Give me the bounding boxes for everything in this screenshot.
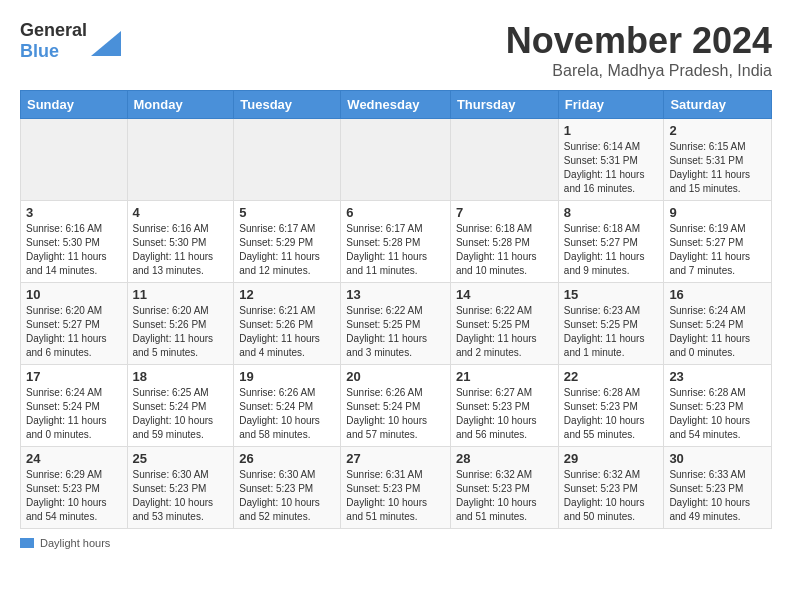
day-info: Sunrise: 6:18 AM Sunset: 5:28 PM Dayligh…	[456, 222, 553, 278]
day-number: 14	[456, 287, 553, 302]
calendar-day-cell: 21Sunrise: 6:27 AM Sunset: 5:23 PM Dayli…	[450, 365, 558, 447]
calendar-day-cell: 26Sunrise: 6:30 AM Sunset: 5:23 PM Dayli…	[234, 447, 341, 529]
calendar-day-cell: 10Sunrise: 6:20 AM Sunset: 5:27 PM Dayli…	[21, 283, 128, 365]
calendar-day-cell	[450, 119, 558, 201]
day-number: 22	[564, 369, 659, 384]
day-number: 20	[346, 369, 445, 384]
day-number: 4	[133, 205, 229, 220]
day-number: 30	[669, 451, 766, 466]
calendar-day-cell: 18Sunrise: 6:25 AM Sunset: 5:24 PM Dayli…	[127, 365, 234, 447]
calendar-day-cell: 6Sunrise: 6:17 AM Sunset: 5:28 PM Daylig…	[341, 201, 451, 283]
day-info: Sunrise: 6:16 AM Sunset: 5:30 PM Dayligh…	[133, 222, 229, 278]
calendar-day-cell: 2Sunrise: 6:15 AM Sunset: 5:31 PM Daylig…	[664, 119, 772, 201]
day-number: 26	[239, 451, 335, 466]
day-number: 27	[346, 451, 445, 466]
calendar-day-cell: 29Sunrise: 6:32 AM Sunset: 5:23 PM Dayli…	[558, 447, 664, 529]
calendar-day-cell: 20Sunrise: 6:26 AM Sunset: 5:24 PM Dayli…	[341, 365, 451, 447]
calendar-day-cell: 28Sunrise: 6:32 AM Sunset: 5:23 PM Dayli…	[450, 447, 558, 529]
day-info: Sunrise: 6:22 AM Sunset: 5:25 PM Dayligh…	[456, 304, 553, 360]
location-subtitle: Barela, Madhya Pradesh, India	[506, 62, 772, 80]
legend: Daylight hours	[20, 537, 772, 549]
day-info: Sunrise: 6:25 AM Sunset: 5:24 PM Dayligh…	[133, 386, 229, 442]
day-info: Sunrise: 6:28 AM Sunset: 5:23 PM Dayligh…	[564, 386, 659, 442]
day-number: 1	[564, 123, 659, 138]
day-info: Sunrise: 6:24 AM Sunset: 5:24 PM Dayligh…	[26, 386, 122, 442]
calendar-day-cell	[341, 119, 451, 201]
calendar-day-header: Tuesday	[234, 91, 341, 119]
calendar-day-cell: 24Sunrise: 6:29 AM Sunset: 5:23 PM Dayli…	[21, 447, 128, 529]
calendar-day-cell: 12Sunrise: 6:21 AM Sunset: 5:26 PM Dayli…	[234, 283, 341, 365]
calendar-day-cell: 14Sunrise: 6:22 AM Sunset: 5:25 PM Dayli…	[450, 283, 558, 365]
calendar-day-header: Sunday	[21, 91, 128, 119]
logo-blue-text: Blue	[20, 41, 59, 61]
day-info: Sunrise: 6:28 AM Sunset: 5:23 PM Dayligh…	[669, 386, 766, 442]
calendar-day-cell: 1Sunrise: 6:14 AM Sunset: 5:31 PM Daylig…	[558, 119, 664, 201]
day-number: 23	[669, 369, 766, 384]
day-info: Sunrise: 6:33 AM Sunset: 5:23 PM Dayligh…	[669, 468, 766, 524]
calendar-day-header: Wednesday	[341, 91, 451, 119]
calendar-day-cell: 23Sunrise: 6:28 AM Sunset: 5:23 PM Dayli…	[664, 365, 772, 447]
day-info: Sunrise: 6:17 AM Sunset: 5:29 PM Dayligh…	[239, 222, 335, 278]
calendar-week-row: 3Sunrise: 6:16 AM Sunset: 5:30 PM Daylig…	[21, 201, 772, 283]
day-number: 11	[133, 287, 229, 302]
day-info: Sunrise: 6:27 AM Sunset: 5:23 PM Dayligh…	[456, 386, 553, 442]
calendar-day-cell	[127, 119, 234, 201]
day-info: Sunrise: 6:22 AM Sunset: 5:25 PM Dayligh…	[346, 304, 445, 360]
day-number: 8	[564, 205, 659, 220]
calendar-day-cell: 13Sunrise: 6:22 AM Sunset: 5:25 PM Dayli…	[341, 283, 451, 365]
day-info: Sunrise: 6:26 AM Sunset: 5:24 PM Dayligh…	[239, 386, 335, 442]
calendar-day-cell: 8Sunrise: 6:18 AM Sunset: 5:27 PM Daylig…	[558, 201, 664, 283]
calendar-day-cell: 7Sunrise: 6:18 AM Sunset: 5:28 PM Daylig…	[450, 201, 558, 283]
legend-bar-icon	[20, 538, 34, 548]
calendar-table: SundayMondayTuesdayWednesdayThursdayFrid…	[20, 90, 772, 529]
calendar-week-row: 10Sunrise: 6:20 AM Sunset: 5:27 PM Dayli…	[21, 283, 772, 365]
month-title: November 2024	[506, 20, 772, 62]
calendar-day-cell	[21, 119, 128, 201]
calendar-week-row: 24Sunrise: 6:29 AM Sunset: 5:23 PM Dayli…	[21, 447, 772, 529]
day-info: Sunrise: 6:14 AM Sunset: 5:31 PM Dayligh…	[564, 140, 659, 196]
day-number: 13	[346, 287, 445, 302]
logo-general-text: General	[20, 20, 87, 40]
header: General Blue November 2024 Barela, Madhy…	[20, 20, 772, 80]
day-number: 5	[239, 205, 335, 220]
day-number: 19	[239, 369, 335, 384]
logo-wordmark: General Blue	[20, 20, 87, 62]
day-info: Sunrise: 6:20 AM Sunset: 5:26 PM Dayligh…	[133, 304, 229, 360]
day-number: 29	[564, 451, 659, 466]
day-number: 28	[456, 451, 553, 466]
calendar-day-cell: 15Sunrise: 6:23 AM Sunset: 5:25 PM Dayli…	[558, 283, 664, 365]
calendar-day-cell: 16Sunrise: 6:24 AM Sunset: 5:24 PM Dayli…	[664, 283, 772, 365]
day-number: 21	[456, 369, 553, 384]
day-info: Sunrise: 6:31 AM Sunset: 5:23 PM Dayligh…	[346, 468, 445, 524]
calendar-week-row: 1Sunrise: 6:14 AM Sunset: 5:31 PM Daylig…	[21, 119, 772, 201]
logo-icon	[91, 26, 121, 56]
day-info: Sunrise: 6:24 AM Sunset: 5:24 PM Dayligh…	[669, 304, 766, 360]
calendar-day-cell: 22Sunrise: 6:28 AM Sunset: 5:23 PM Dayli…	[558, 365, 664, 447]
day-info: Sunrise: 6:30 AM Sunset: 5:23 PM Dayligh…	[133, 468, 229, 524]
calendar-day-cell: 25Sunrise: 6:30 AM Sunset: 5:23 PM Dayli…	[127, 447, 234, 529]
day-number: 2	[669, 123, 766, 138]
day-number: 10	[26, 287, 122, 302]
day-number: 16	[669, 287, 766, 302]
day-info: Sunrise: 6:19 AM Sunset: 5:27 PM Dayligh…	[669, 222, 766, 278]
day-info: Sunrise: 6:30 AM Sunset: 5:23 PM Dayligh…	[239, 468, 335, 524]
day-info: Sunrise: 6:32 AM Sunset: 5:23 PM Dayligh…	[456, 468, 553, 524]
calendar-day-cell: 19Sunrise: 6:26 AM Sunset: 5:24 PM Dayli…	[234, 365, 341, 447]
calendar-day-header: Thursday	[450, 91, 558, 119]
calendar-header-row: SundayMondayTuesdayWednesdayThursdayFrid…	[21, 91, 772, 119]
day-info: Sunrise: 6:20 AM Sunset: 5:27 PM Dayligh…	[26, 304, 122, 360]
day-number: 9	[669, 205, 766, 220]
day-number: 3	[26, 205, 122, 220]
calendar-day-cell: 9Sunrise: 6:19 AM Sunset: 5:27 PM Daylig…	[664, 201, 772, 283]
day-number: 12	[239, 287, 335, 302]
day-number: 24	[26, 451, 122, 466]
calendar-day-header: Monday	[127, 91, 234, 119]
day-number: 25	[133, 451, 229, 466]
calendar-day-cell: 30Sunrise: 6:33 AM Sunset: 5:23 PM Dayli…	[664, 447, 772, 529]
day-number: 17	[26, 369, 122, 384]
day-info: Sunrise: 6:32 AM Sunset: 5:23 PM Dayligh…	[564, 468, 659, 524]
day-info: Sunrise: 6:16 AM Sunset: 5:30 PM Dayligh…	[26, 222, 122, 278]
calendar-day-cell: 17Sunrise: 6:24 AM Sunset: 5:24 PM Dayli…	[21, 365, 128, 447]
day-info: Sunrise: 6:18 AM Sunset: 5:27 PM Dayligh…	[564, 222, 659, 278]
day-number: 18	[133, 369, 229, 384]
